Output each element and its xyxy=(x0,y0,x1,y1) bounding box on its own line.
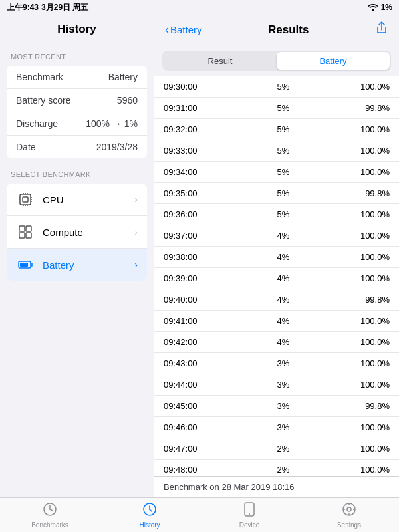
benchmark-item-battery[interactable]: Battery › xyxy=(7,249,147,281)
col-battery: 99.8% xyxy=(343,103,390,113)
share-button[interactable] xyxy=(375,21,388,38)
svg-rect-15 xyxy=(26,226,31,231)
col-pct: 3% xyxy=(223,358,343,368)
status-date: 3月29日 周五 xyxy=(41,2,88,13)
compute-icon xyxy=(16,223,35,241)
col-battery: 99.8% xyxy=(343,401,390,411)
tab-device[interactable]: Device xyxy=(200,502,299,529)
select-benchmark-label: SELECT BENCHMARK xyxy=(0,166,154,181)
tab-history[interactable]: History xyxy=(100,502,200,529)
col-time: 09:39:00 xyxy=(164,273,223,283)
col-time: 09:41:00 xyxy=(164,316,223,326)
left-content: MOST RECENT Benchmark Battery Battery sc… xyxy=(0,43,154,497)
table-row: 09:46:00 3% 100.0% xyxy=(154,417,399,438)
col-time: 09:32:00 xyxy=(164,124,223,134)
benchmarks-tab-label: Benchmarks xyxy=(31,521,68,529)
col-pct: 3% xyxy=(223,422,343,432)
col-time: 09:30:00 xyxy=(164,82,223,92)
benchmark-item-compute[interactable]: Compute › xyxy=(7,216,147,249)
table-row: 09:43:00 3% 100.0% xyxy=(154,353,399,374)
back-label: Battery xyxy=(170,24,202,35)
right-panel-title: Results xyxy=(268,23,309,37)
col-battery: 100.0% xyxy=(343,337,390,347)
table-row: 09:35:00 5% 99.8% xyxy=(154,183,399,204)
left-panel-title: History xyxy=(57,23,96,35)
main-container: History MOST RECENT Benchmark Battery Ba… xyxy=(0,15,399,497)
back-button[interactable]: ‹ Battery xyxy=(165,23,202,37)
chevron-right-icon: › xyxy=(134,259,138,270)
col-battery: 100.0% xyxy=(343,380,390,390)
status-time: 上午9:43 xyxy=(7,2,39,13)
table-row: 09:39:00 4% 100.0% xyxy=(154,268,399,289)
col-pct: 5% xyxy=(223,167,343,177)
footer-note: Benchmark on 28 Mar 2019 18:16 xyxy=(154,476,399,497)
right-header: ‹ Battery Results xyxy=(154,15,399,45)
col-battery: 100.0% xyxy=(343,444,390,454)
table-row: 09:44:00 3% 100.0% xyxy=(154,374,399,396)
benchmark-name: Battery xyxy=(43,259,134,271)
right-panel: ‹ Battery Results Result Battery 09:30:0… xyxy=(154,15,399,497)
table-row: 09:32:00 5% 100.0% xyxy=(154,119,399,140)
col-pct: 4% xyxy=(223,231,343,241)
table-row: 09:36:00 5% 100.0% xyxy=(154,204,399,225)
col-battery: 100.0% xyxy=(343,422,390,432)
col-battery: 100.0% xyxy=(343,231,390,241)
col-battery: 100.0% xyxy=(343,273,390,283)
left-header: History xyxy=(0,15,154,43)
info-row-value: 100% → 1% xyxy=(86,118,138,129)
benchmarks-tab-icon xyxy=(43,502,57,520)
device-tab-label: Device xyxy=(239,521,260,529)
col-time: 09:37:00 xyxy=(164,231,223,241)
col-pct: 4% xyxy=(223,252,343,262)
table-row: 09:34:00 5% 100.0% xyxy=(154,162,399,183)
col-battery: 100.0% xyxy=(343,209,390,219)
history-tab-label: History xyxy=(139,521,160,529)
col-pct: 5% xyxy=(223,82,343,92)
table-row: 09:47:00 2% 100.0% xyxy=(154,438,399,460)
col-time: 09:43:00 xyxy=(164,358,223,368)
col-time: 09:48:00 xyxy=(164,465,223,475)
info-row-label: Benchmark xyxy=(16,72,63,82)
segment-battery[interactable]: Battery xyxy=(277,52,390,70)
battery-status: 1% xyxy=(381,3,392,12)
device-tab-icon xyxy=(244,502,255,520)
svg-rect-14 xyxy=(19,226,25,231)
cpu-icon xyxy=(16,190,35,209)
col-time: 09:44:00 xyxy=(164,380,223,390)
data-table[interactable]: 09:30:00 5% 100.0% 09:31:00 5% 99.8% 09:… xyxy=(154,76,399,476)
table-row: 09:38:00 4% 100.0% xyxy=(154,247,399,268)
left-panel: History MOST RECENT Benchmark Battery Ba… xyxy=(0,15,154,497)
col-battery: 99.8% xyxy=(343,295,390,305)
table-row: 09:33:00 5% 100.0% xyxy=(154,140,399,162)
col-time: 09:38:00 xyxy=(164,252,223,262)
col-pct: 2% xyxy=(223,444,343,454)
benchmark-list: CPU › Compute › Battery › xyxy=(7,184,147,281)
history-tab-icon xyxy=(142,502,157,520)
col-pct: 4% xyxy=(223,273,343,283)
tab-bar: Benchmarks History Device Settings xyxy=(0,497,399,532)
chevron-right-icon: › xyxy=(134,227,138,237)
col-pct: 2% xyxy=(223,465,343,475)
chevron-left-icon: ‹ xyxy=(165,23,169,37)
wifi-icon xyxy=(368,3,378,13)
col-time: 09:47:00 xyxy=(164,444,223,454)
table-row: 09:42:00 4% 100.0% xyxy=(154,332,399,353)
col-pct: 5% xyxy=(223,103,343,113)
col-time: 09:31:00 xyxy=(164,103,223,113)
segment-result[interactable]: Result xyxy=(164,52,277,70)
segment-control: Result Battery xyxy=(162,51,391,71)
benchmark-item-cpu[interactable]: CPU › xyxy=(7,184,147,216)
tab-settings[interactable]: Settings xyxy=(299,502,399,529)
col-battery: 100.0% xyxy=(343,124,390,134)
benchmark-name: Compute xyxy=(43,227,134,238)
settings-tab-icon xyxy=(342,502,356,520)
tab-benchmarks[interactable]: Benchmarks xyxy=(0,502,100,529)
col-battery: 100.0% xyxy=(343,146,390,156)
col-time: 09:34:00 xyxy=(164,167,223,177)
info-row: Benchmark Battery xyxy=(7,66,147,89)
table-row: 09:30:00 5% 100.0% xyxy=(154,76,399,98)
col-time: 09:46:00 xyxy=(164,422,223,432)
most-recent-label: MOST RECENT xyxy=(0,49,154,63)
chevron-right-icon: › xyxy=(134,194,138,205)
svg-rect-19 xyxy=(20,263,28,267)
